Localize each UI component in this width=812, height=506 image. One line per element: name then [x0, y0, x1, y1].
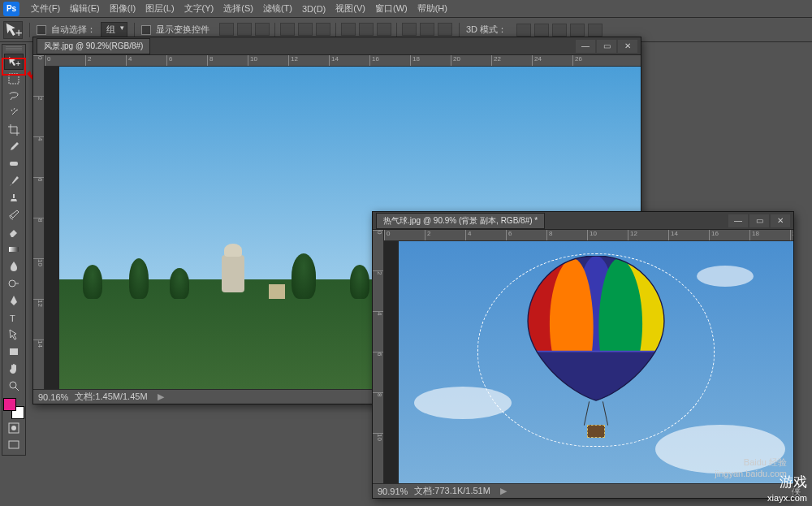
- site-watermark: 侠 游戏 xiayx.com: [767, 473, 807, 503]
- menu-help[interactable]: 帮助(H): [412, 2, 452, 15]
- svg-point-10: [11, 426, 16, 430]
- svg-rect-3: [10, 162, 18, 166]
- path-select-tool[interactable]: [4, 327, 24, 343]
- history-brush-tool[interactable]: [4, 207, 24, 223]
- menu-filter[interactable]: 滤镜(T): [258, 2, 297, 15]
- app-logo: Ps: [3, 2, 19, 16]
- crop-tool[interactable]: [4, 122, 24, 138]
- spot-heal-tool[interactable]: [4, 156, 24, 172]
- canvas[interactable]: Baidu 经验 jingyan.baidu.com: [384, 241, 793, 483]
- ruler-horizontal[interactable]: 0246810121416182022: [384, 230, 793, 241]
- status-menu-icon[interactable]: ▶: [158, 391, 164, 402]
- align-icon[interactable]: [237, 23, 252, 36]
- document-tab[interactable]: 热气球.jpg @ 90.9% (背景 副本, RGB/8#) *: [376, 213, 545, 229]
- document-window-balloon: 热气球.jpg @ 90.9% (背景 副本, RGB/8#) * — ▭ ✕ …: [372, 211, 794, 499]
- status-bar: 90.91% 文档:773.1K/1.51M ▶: [373, 483, 793, 498]
- svg-point-5: [9, 280, 15, 287]
- doc-size[interactable]: 文档:1.45M/1.45M: [75, 391, 147, 403]
- menu-file[interactable]: 文件(F): [26, 2, 65, 15]
- svg-rect-4: [9, 247, 19, 252]
- color-swatches[interactable]: [3, 398, 24, 419]
- distribute-icon[interactable]: [402, 23, 417, 36]
- show-transform-label: 显示变换控件: [156, 24, 209, 36]
- lasso-tool[interactable]: [4, 88, 24, 104]
- maximize-button[interactable]: ▭: [597, 40, 616, 53]
- 3d-mode-icon[interactable]: [552, 24, 567, 37]
- menu-type[interactable]: 文字(Y): [179, 2, 219, 15]
- distribute-icon[interactable]: [341, 23, 356, 36]
- brush-tool[interactable]: [4, 173, 24, 189]
- 3d-mode-icon[interactable]: [516, 24, 531, 37]
- gradient-tool[interactable]: [4, 241, 24, 257]
- minimize-button[interactable]: —: [576, 40, 595, 53]
- magic-wand-tool[interactable]: [4, 105, 24, 121]
- clone-stamp-tool[interactable]: [4, 190, 24, 206]
- align-icon[interactable]: [255, 23, 270, 36]
- svg-text:+: +: [15, 25, 22, 39]
- rectangle-tool[interactable]: [4, 344, 24, 360]
- distribute-icon[interactable]: [377, 23, 391, 36]
- maximize-button[interactable]: ▭: [749, 214, 769, 227]
- distribute-icon[interactable]: [438, 23, 452, 36]
- close-button[interactable]: ✕: [771, 214, 790, 227]
- auto-select-label: 自动选择：: [51, 24, 96, 36]
- svg-text:T: T: [10, 314, 15, 323]
- dodge-tool[interactable]: [4, 275, 24, 292]
- menu-edit[interactable]: 编辑(E): [65, 2, 105, 15]
- distribute-icon[interactable]: [359, 23, 374, 36]
- 3d-mode-icon[interactable]: [588, 24, 603, 37]
- balloon-image: [482, 256, 710, 406]
- status-menu-icon[interactable]: ▶: [500, 486, 507, 496]
- tools-panel: + T: [2, 44, 26, 456]
- auto-select-checkbox[interactable]: [37, 25, 46, 35]
- menu-view[interactable]: 视图(V): [330, 2, 370, 15]
- align-icon[interactable]: [298, 23, 313, 36]
- marquee-tool[interactable]: [4, 71, 24, 87]
- titlebar[interactable]: 热气球.jpg @ 90.9% (背景 副本, RGB/8#) * — ▭ ✕: [373, 212, 793, 230]
- 3d-mode-icon[interactable]: [570, 24, 585, 37]
- align-group: [219, 23, 452, 37]
- hand-tool[interactable]: [4, 361, 24, 377]
- auto-select-dropdown[interactable]: 组: [101, 22, 127, 37]
- eraser-tool[interactable]: [4, 224, 24, 240]
- menu-image[interactable]: 图像(I): [105, 2, 140, 15]
- eyedropper-tool[interactable]: [4, 139, 24, 155]
- titlebar[interactable]: 风景.jpg @ 90.2%(RGB/8#) — ▭ ✕: [33, 37, 641, 55]
- balloon-basket: [587, 425, 605, 438]
- zoom-level[interactable]: 90.91%: [378, 487, 408, 496]
- show-transform-checkbox[interactable]: [141, 25, 151, 35]
- distribute-icon[interactable]: [420, 23, 434, 36]
- svg-rect-11: [9, 441, 19, 448]
- align-icon[interactable]: [280, 23, 295, 36]
- pen-tool[interactable]: [4, 292, 24, 309]
- blur-tool[interactable]: [4, 258, 24, 275]
- menu-select[interactable]: 选择(S): [218, 2, 258, 15]
- svg-rect-7: [10, 348, 18, 355]
- align-icon[interactable]: [219, 23, 234, 36]
- menu-layer[interactable]: 图层(L): [140, 2, 179, 15]
- menu-3d[interactable]: 3D(D): [297, 4, 330, 14]
- svg-text:+: +: [15, 58, 20, 68]
- move-tool[interactable]: +: [4, 54, 24, 70]
- menubar: Ps 文件(F) 编辑(E) 图像(I) 图层(L) 文字(Y) 选择(S) 滤…: [0, 0, 812, 18]
- type-tool[interactable]: T: [4, 309, 24, 326]
- active-tool-icon[interactable]: +: [3, 21, 23, 39]
- align-icon[interactable]: [316, 23, 330, 36]
- ruler-horizontal[interactable]: 02468101214161820222426: [45, 55, 641, 67]
- screenmode-tool[interactable]: [4, 437, 24, 453]
- quickmask-tool[interactable]: [4, 420, 24, 436]
- panel-grip[interactable]: [6, 46, 22, 51]
- close-button[interactable]: ✕: [618, 40, 637, 53]
- ruler-vertical[interactable]: 0246810: [373, 230, 384, 483]
- menu-window[interactable]: 窗口(W): [370, 2, 412, 15]
- zoom-level[interactable]: 90.16%: [38, 392, 68, 402]
- document-tab[interactable]: 风景.jpg @ 90.2%(RGB/8#): [37, 38, 150, 54]
- minimize-button[interactable]: —: [728, 214, 748, 227]
- svg-point-8: [10, 382, 16, 388]
- 3d-mode-icon[interactable]: [534, 24, 549, 37]
- ruler-vertical[interactable]: 02468101214: [33, 55, 45, 389]
- zoom-tool[interactable]: [4, 378, 24, 394]
- 3d-mode-label: 3D 模式：: [466, 24, 507, 36]
- doc-size[interactable]: 文档:773.1K/1.51M: [414, 485, 490, 497]
- svg-rect-2: [9, 74, 19, 84]
